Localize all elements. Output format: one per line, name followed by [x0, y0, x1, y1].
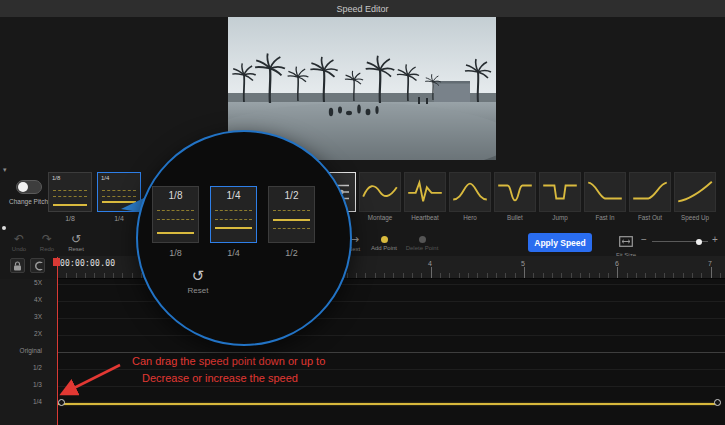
ruler-number: 5 [521, 260, 525, 267]
speed-row-label: 4X [0, 296, 42, 303]
zoom-out-icon[interactable]: − [641, 234, 647, 245]
collapse-arrow-icon[interactable]: ▾ [3, 166, 7, 173]
add-point-button[interactable]: Add Point [368, 233, 400, 251]
speed-row-label: 1/2 [0, 364, 42, 371]
preset-bullet[interactable]: Bullet [494, 172, 536, 221]
lock-track-button[interactable] [10, 258, 25, 273]
preset-label: Jump [539, 214, 581, 221]
reset-button[interactable]: ↺ Reset [64, 233, 88, 252]
snap-button[interactable] [30, 258, 45, 273]
preset-jump[interactable]: Jump [539, 172, 581, 221]
ruler-number: 6 [615, 260, 619, 267]
original-speed-line [57, 352, 725, 353]
preset-speed-up[interactable]: Speed Up [674, 172, 716, 221]
magnified-preset-label: 1/2 [268, 248, 315, 258]
preset-label: Speed Up [674, 214, 716, 221]
lock-icon [13, 261, 22, 271]
magnified-preset-label: 1/4 [210, 248, 257, 258]
undo-button[interactable]: ↶ Undo [8, 233, 30, 252]
preset-label: Fast Out [629, 214, 671, 221]
reset-icon: ↺ [64, 233, 88, 245]
annotation-line1: Can drag the speed point down or up to [132, 355, 325, 367]
magnified-reset-icon[interactable]: ↺ [168, 268, 228, 284]
speed-editor-window: Speed Editor [0, 0, 725, 425]
window-title: Speed Editor [336, 4, 388, 14]
fast-out-curve-icon [631, 178, 669, 206]
speed-curve-line[interactable] [58, 403, 720, 405]
preset-scroll-dot-icon [2, 226, 6, 230]
preset-label: Bullet [494, 214, 536, 221]
tile-speed-label: 1/4 [101, 175, 109, 181]
redo-icon: ↷ [36, 233, 58, 245]
fit-size-button[interactable]: Fit Size [612, 233, 640, 258]
ruler-number: 4 [428, 260, 432, 267]
background-building [434, 81, 470, 102]
preset-fast-out[interactable]: Fast Out [629, 172, 671, 221]
preset-label: 1/4 [97, 215, 141, 222]
change-pitch-toggle[interactable] [16, 180, 42, 194]
magnified-preset-one-half[interactable]: 1/2 [268, 186, 315, 243]
apply-speed-button[interactable]: Apply Speed [528, 233, 592, 252]
jump-curve-icon [541, 178, 579, 206]
magnet-icon [33, 261, 43, 271]
preset-one-eighth[interactable]: 1/8 1/8 [48, 172, 92, 222]
magnifier-circle: 1/8 1/4 1/2 1/8 1/4 1/2 ↺ Reset [136, 130, 352, 346]
speed-point-end[interactable] [714, 399, 721, 406]
montage-curve-icon [361, 178, 399, 206]
toggle-knob-icon [18, 182, 28, 192]
preset-row: Custom Montage Heartbeat [314, 172, 716, 221]
preset-label: Montage [359, 214, 401, 221]
zoom-slider-knob[interactable] [696, 239, 702, 245]
speed-row-label: 1/3 [0, 381, 42, 388]
preset-label: Hero [449, 214, 491, 221]
preset-label: 1/8 [48, 215, 92, 222]
titlebar: Speed Editor [0, 0, 725, 17]
timecode: 00:00:00.00 [60, 259, 115, 268]
speed-row-label: 1/4 [0, 398, 42, 405]
ruler-number: 7 [708, 260, 712, 267]
fit-size-icon [619, 236, 633, 247]
preset-heartbeat[interactable]: Heartbeat [404, 172, 446, 221]
bullet-curve-icon [496, 178, 534, 206]
zoom-in-icon[interactable]: + [712, 234, 718, 245]
magnified-preset-one-quarter[interactable]: 1/4 [210, 186, 257, 243]
delete-point-button[interactable]: Delete Point [402, 233, 442, 251]
preset-label: Heartbeat [404, 214, 446, 221]
annotation-line2: Decrease or increase the speed [142, 372, 298, 384]
preset-hero[interactable]: Hero [449, 172, 491, 221]
add-point-icon [381, 236, 388, 243]
speed-row-label: Original [0, 347, 42, 354]
zoom-slider[interactable] [652, 241, 708, 242]
heartbeat-curve-icon [406, 178, 444, 206]
speed-row-label: 3X [0, 313, 42, 320]
magnified-preset-label: 1/8 [152, 248, 199, 258]
speed-row-label: 5X [0, 279, 42, 286]
speed-row-label: 2X [0, 330, 42, 337]
magnified-preset-one-eighth[interactable]: 1/8 [152, 186, 199, 243]
redo-button[interactable]: ↷ Redo [36, 233, 58, 252]
delete-point-icon [419, 236, 426, 243]
annotation-arrow-icon [48, 356, 132, 404]
preset-fast-in[interactable]: Fast In [584, 172, 626, 221]
speed-up-curve-icon [676, 178, 714, 206]
fast-in-curve-icon [586, 178, 624, 206]
magnified-reset-label: Reset [168, 286, 228, 295]
preset-montage[interactable]: Montage [359, 172, 401, 221]
tile-speed-label: 1/8 [52, 175, 60, 181]
undo-icon: ↶ [8, 233, 30, 245]
preset-label: Fast In [584, 214, 626, 221]
hero-curve-icon [451, 178, 489, 206]
